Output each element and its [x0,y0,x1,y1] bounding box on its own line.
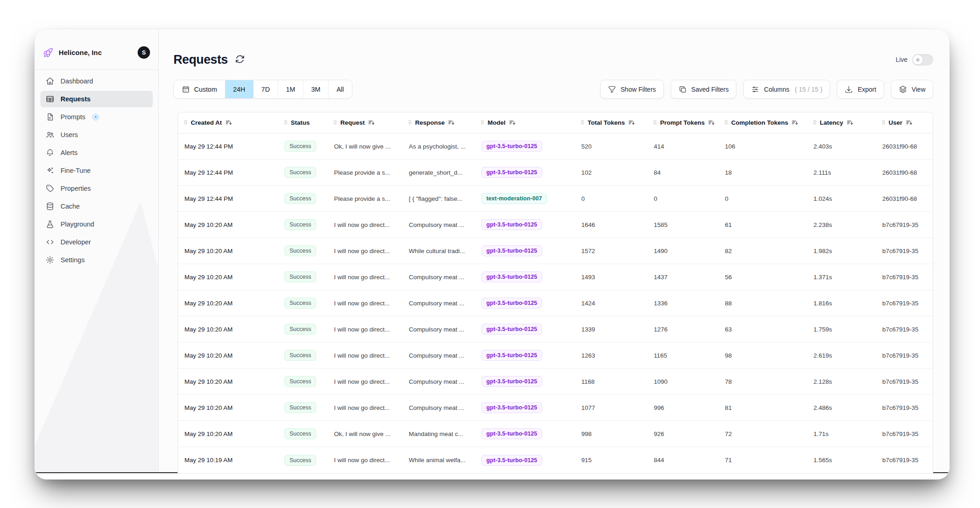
sidebar-nav: Dashboard Requests Prompts ✦ Users [35,70,158,273]
sidebar-item-alerts[interactable]: Alerts [40,144,153,161]
cell-latency: 2.111s [807,160,876,185]
show-filters-button[interactable]: Show Filters [600,80,664,99]
sort-icon[interactable] [791,119,799,127]
sidebar-item-dashboard[interactable]: Dashboard [40,73,153,89]
column-header[interactable]: ⠿ Latency [807,112,876,133]
sort-icon[interactable] [708,119,715,127]
drag-handle-icon[interactable]: ⠿ [184,120,188,126]
sidebar-item-fine-tune[interactable]: Fine-Tune [40,162,153,179]
column-header[interactable]: ⠿ Response [402,112,475,133]
sort-icon[interactable] [509,119,516,127]
drag-handle-icon[interactable]: ⠿ [408,120,412,126]
cell-completion-tokens: 81 [718,395,807,420]
column-header[interactable]: ⠿ Prompt Tokens [647,112,718,133]
time-range-option[interactable]: 7D [254,80,278,98]
sidebar-item-label: Settings [61,256,84,264]
sidebar-item-settings[interactable]: Settings [40,252,153,268]
sort-icon[interactable] [628,119,635,127]
drag-handle-icon[interactable]: ⠿ [724,120,728,126]
drag-handle-icon[interactable]: ⠿ [333,120,337,126]
drag-handle-icon[interactable]: ⠿ [653,120,657,126]
column-header[interactable]: ⠿ Model [475,112,575,133]
table-row[interactable]: May 29 10:20 AM Success Ok, I will now g… [178,421,933,447]
table-row[interactable]: May 29 10:20 AM Success I will now go di… [178,264,933,290]
cell-completion-tokens: 61 [718,212,807,237]
time-range-option[interactable]: 1M [278,80,303,98]
cell-completion-tokens: 82 [718,238,807,264]
time-range-selector: Custom 24H 7D 1M 3M All [173,80,352,99]
column-header[interactable]: ⠿ Request [328,112,402,133]
table-row[interactable]: May 29 12:44 PM Success Please provide a… [178,160,933,186]
cell-status: Success [278,133,328,159]
cell-user: b7c67919-35 [876,212,933,237]
sort-icon[interactable] [368,119,375,127]
org-header[interactable]: Helicone, Inc S [35,29,158,70]
sort-icon[interactable] [225,119,233,127]
drag-handle-icon[interactable]: ⠿ [284,120,288,126]
cell-created-at: May 29 10:20 AM [178,212,278,237]
saved-filters-button[interactable]: Saved Filters [671,80,737,99]
column-header[interactable]: ⠿ Status [278,112,328,133]
table-row[interactable]: May 29 10:20 AM Success I will now go di… [178,316,933,342]
column-label: User [889,119,902,126]
table-row[interactable]: May 29 12:44 PM Success Please provide a… [178,186,933,212]
cell-completion-tokens: 18 [718,160,807,185]
cell-request: I will now go direct... [328,316,402,342]
table-row[interactable]: May 29 10:20 AM Success I will now go di… [178,212,933,238]
status-badge: Success [284,245,316,256]
drag-handle-icon[interactable]: ⠿ [813,120,817,126]
sort-icon[interactable] [846,119,854,127]
custom-range-button[interactable]: Custom [174,80,225,98]
cell-request: I will now go direct... [328,238,402,264]
export-button[interactable]: Export [837,80,884,99]
cell-latency: 1.759s [807,316,876,342]
table-row[interactable]: May 29 12:44 PM Success Ok, I will now g… [178,133,933,160]
cell-model: gpt-3.5-turbo-0125 [475,264,575,290]
cell-response: Compulsory meat ... [402,290,475,316]
avatar[interactable]: S [138,46,150,59]
table-row[interactable]: May 29 10:19 AM Success I will now go di… [178,447,933,473]
cell-user: b7c67919-35 [876,447,933,473]
table-row[interactable]: May 29 10:20 AM Success I will now go di… [178,290,933,316]
column-header[interactable]: ⠿ Completion Tokens [718,112,807,133]
live-toggle[interactable] [912,54,933,66]
cell-user: b7c67919-35 [876,316,933,342]
cell-user: b7c67919-35 [876,342,933,368]
cell-created-at: May 29 10:20 AM [178,395,278,420]
sort-icon[interactable] [906,119,913,127]
column-header[interactable]: ⠿ Total Tokens [575,112,647,133]
refresh-icon[interactable] [235,54,246,65]
table-row[interactable]: May 29 10:20 AM Success I will now go di… [178,395,933,421]
time-range-option[interactable]: 24H [225,80,254,98]
sidebar-item-label: Prompts [61,113,85,121]
table-row[interactable]: May 29 10:20 AM Success I will now go di… [178,369,933,395]
cell-completion-tokens: 88 [718,290,807,316]
time-range-option[interactable]: 3M [303,80,329,98]
drag-handle-icon[interactable]: ⠿ [881,120,885,126]
sidebar-item-requests[interactable]: Requests [40,91,153,107]
cell-total-tokens: 520 [575,133,647,159]
sidebar-item-properties[interactable]: Properties [40,180,153,197]
status-badge: Success [284,219,316,230]
column-header[interactable]: ⠿ Created At [178,112,278,133]
cell-response: Compulsory meat ... [402,264,475,290]
table-row[interactable]: May 29 10:20 AM Success I will now go di… [178,342,933,369]
drag-handle-icon[interactable]: ⠿ [480,120,484,126]
sidebar-item-prompts[interactable]: Prompts ✦ [40,109,153,125]
sort-icon[interactable] [448,119,455,127]
column-header[interactable]: ⠿ User [876,112,933,133]
sidebar-item-playground[interactable]: Playground [40,216,153,232]
time-range-option[interactable]: All [329,80,351,98]
column-label: Total Tokens [588,119,625,126]
table-row[interactable]: May 29 10:20 AM Success I will now go di… [178,238,933,264]
sidebar-item-cache[interactable]: Cache [40,198,153,215]
cell-user: b7c67919-35 [876,421,933,447]
sidebar-item-developer[interactable]: Developer [40,234,153,250]
drag-handle-icon[interactable]: ⠿ [580,120,585,126]
columns-button[interactable]: Columns ( 15 / 15 ) [743,80,830,99]
view-button[interactable]: View [891,80,933,99]
cell-latency: 1.024s [807,186,876,211]
cell-prompt-tokens: 0 [647,186,718,211]
cell-response: [ { "flagged": false... [402,186,475,211]
sidebar-item-users[interactable]: Users [40,127,153,143]
